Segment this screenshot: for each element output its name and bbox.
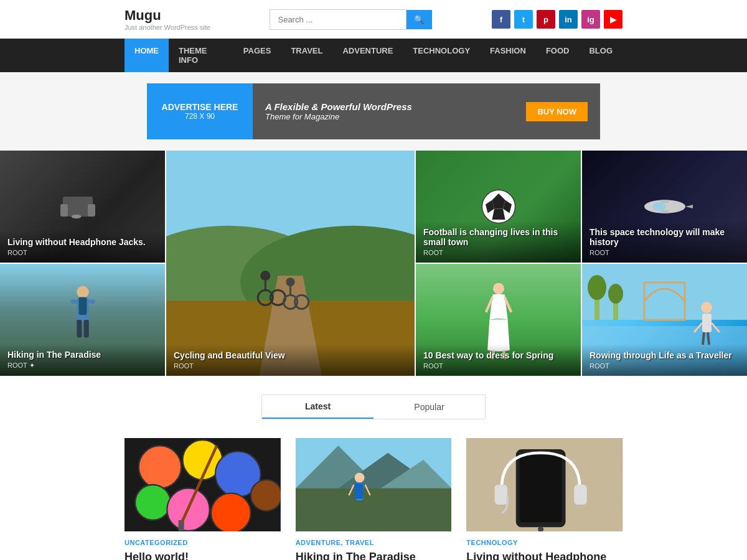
svg-rect-74 bbox=[520, 455, 562, 522]
svg-point-53 bbox=[139, 446, 181, 488]
banner-size-text: 728 X 90 bbox=[185, 112, 215, 121]
svg-point-13 bbox=[286, 278, 294, 286]
svg-rect-61 bbox=[179, 520, 184, 531]
card-title-headphone: Living without Headphone Jacks. bbox=[466, 550, 622, 560]
facebook-icon[interactable]: f bbox=[492, 10, 510, 29]
banner-line2: Theme for Magazine bbox=[265, 112, 412, 121]
banner-tagline: A Flexible & Powerful WordPress Theme fo… bbox=[265, 101, 412, 121]
banner-advertise-text: ADVERTISE HERE bbox=[162, 102, 238, 112]
linkedin-icon[interactable]: in bbox=[559, 10, 578, 29]
tab-popular[interactable]: Popular bbox=[374, 395, 485, 419]
content-tabs: Latest Popular bbox=[261, 394, 486, 419]
grid-item-hiking[interactable]: Hiking in The Paradise ROOT ✦ bbox=[0, 264, 165, 376]
search-bar: 🔍 bbox=[270, 9, 432, 30]
logo: Mugu Just another WordPress site bbox=[125, 7, 210, 31]
tab-latest[interactable]: Latest bbox=[262, 395, 374, 419]
svg-rect-33 bbox=[88, 300, 95, 304]
grid-item-football[interactable]: Football is changing lives in this small… bbox=[416, 151, 581, 263]
svg-rect-29 bbox=[78, 297, 87, 314]
svg-line-50 bbox=[703, 332, 704, 345]
featured-grid: Living without Headphone Jacks. ROOT bbox=[0, 151, 747, 376]
nav-blog[interactable]: BLOG bbox=[579, 39, 622, 72]
svg-point-27 bbox=[77, 286, 89, 299]
nav-theme-info[interactable]: THEME INFO bbox=[169, 39, 233, 72]
grid-title-headphones: Living without Headphone Jacks. bbox=[7, 237, 157, 247]
search-icon: 🔍 bbox=[414, 15, 425, 24]
svg-point-41 bbox=[588, 275, 606, 300]
header: Mugu Just another WordPress site 🔍 f t p… bbox=[0, 0, 747, 39]
svg-rect-32 bbox=[70, 300, 77, 304]
grid-item-headphones[interactable]: Living without Headphone Jacks. ROOT bbox=[0, 151, 165, 263]
card-title-hiking: Hiking in The Paradise bbox=[296, 550, 452, 560]
search-button[interactable]: 🔍 bbox=[406, 10, 432, 29]
card-title-hello-world: Hello world! bbox=[125, 550, 281, 560]
svg-rect-1 bbox=[60, 204, 68, 217]
grid-title-hiking: Hiking in The Paradise bbox=[7, 350, 157, 360]
grid-author-cycling: ROOT bbox=[174, 362, 407, 370]
svg-point-56 bbox=[135, 485, 171, 520]
svg-rect-31 bbox=[83, 320, 88, 337]
card-hiking-paradise: ADVENTURE, TRAVEL Hiking in The Paradise… bbox=[296, 438, 452, 560]
advertisement-banner: ADVERTISE HERE 728 X 90 A Flexible & Pow… bbox=[0, 72, 747, 151]
search-input[interactable] bbox=[270, 9, 406, 30]
svg-rect-39 bbox=[582, 264, 747, 320]
instagram-icon[interactable]: ig bbox=[581, 10, 600, 29]
nav-food[interactable]: FOOD bbox=[536, 39, 580, 72]
grid-item-space[interactable]: This space technology will make history … bbox=[582, 151, 747, 263]
card-category-hello-world: UNCATEGORIZED bbox=[125, 539, 281, 546]
nav-travel[interactable]: TRAVEL bbox=[281, 39, 332, 72]
nav-technology[interactable]: TECHNOLOGY bbox=[403, 39, 480, 72]
svg-marker-21 bbox=[492, 209, 505, 220]
card-category-headphone: TECHNOLOGY bbox=[466, 539, 622, 546]
card-image-hello-world bbox=[125, 438, 281, 531]
card-category-hiking: ADVENTURE, TRAVEL bbox=[296, 539, 452, 546]
pinterest-icon[interactable]: p bbox=[537, 10, 555, 29]
nav-fashion[interactable]: FASHION bbox=[480, 39, 536, 72]
svg-rect-69 bbox=[354, 483, 363, 499]
article-cards: UNCATEGORIZED Hello world! December 13, … bbox=[0, 432, 747, 560]
svg-rect-66 bbox=[296, 488, 452, 531]
youtube-icon[interactable]: ▶ bbox=[604, 10, 622, 29]
svg-point-67 bbox=[354, 473, 364, 483]
grid-item-rowing[interactable]: Rowing through Life as a Traveller ROOT bbox=[582, 264, 747, 376]
grid-title-football: Football is changing lives in this small… bbox=[423, 227, 573, 247]
svg-rect-2 bbox=[88, 204, 95, 217]
svg-rect-25 bbox=[661, 210, 669, 213]
svg-point-3 bbox=[71, 215, 81, 218]
grid-title-spring: 10 Best way to dress for Spring bbox=[423, 350, 573, 360]
grid-item-spring[interactable]: 10 Best way to dress for Spring ROOT bbox=[416, 264, 581, 376]
grid-title-rowing: Rowing through Life as a Traveller bbox=[590, 350, 740, 360]
card-image-headphone bbox=[466, 438, 622, 531]
svg-rect-30 bbox=[77, 320, 82, 337]
banner-line1: A Flexible & Powerful WordPress bbox=[265, 101, 412, 112]
grid-author-spring: ROOT bbox=[423, 362, 573, 370]
grid-author-hiking: ROOT ✦ bbox=[7, 362, 157, 370]
nav-adventure[interactable]: ADVENTURE bbox=[332, 39, 403, 72]
card-hello-world: UNCATEGORIZED Hello world! December 13, … bbox=[125, 438, 281, 560]
nav-home[interactable]: HOME bbox=[125, 39, 169, 72]
svg-point-58 bbox=[211, 493, 251, 531]
svg-point-59 bbox=[251, 480, 281, 511]
banner-content: A Flexible & Powerful WordPress Theme fo… bbox=[253, 83, 600, 139]
svg-rect-76 bbox=[495, 485, 508, 505]
svg-point-46 bbox=[701, 302, 712, 313]
grid-author-football: ROOT bbox=[423, 249, 573, 256]
svg-point-43 bbox=[608, 284, 623, 304]
card-living-headphone: TECHNOLOGY Living without Headphone Jack… bbox=[466, 438, 622, 560]
grid-author-space: ROOT bbox=[590, 249, 740, 256]
grid-title-cycling: Cycling and Beautiful View bbox=[174, 350, 407, 360]
svg-rect-77 bbox=[575, 485, 588, 505]
svg-point-9 bbox=[260, 271, 270, 281]
buy-now-button[interactable]: BUY NOW bbox=[526, 102, 588, 121]
twitter-icon[interactable]: t bbox=[514, 10, 533, 29]
grid-item-cycling[interactable]: Cycling and Beautiful View ROOT bbox=[166, 151, 415, 376]
tabs-section: Latest Popular bbox=[0, 376, 747, 432]
grid-author-rowing: ROOT bbox=[590, 362, 740, 370]
social-icons: f t p in ig ▶ bbox=[492, 10, 622, 29]
site-tagline: Just another WordPress site bbox=[125, 24, 210, 31]
banner-advertise-label: ADVERTISE HERE 728 X 90 bbox=[147, 83, 253, 139]
nav-pages[interactable]: PAGES bbox=[233, 39, 281, 72]
svg-point-34 bbox=[493, 283, 504, 294]
svg-line-51 bbox=[708, 332, 709, 345]
svg-marker-23 bbox=[685, 205, 693, 208]
